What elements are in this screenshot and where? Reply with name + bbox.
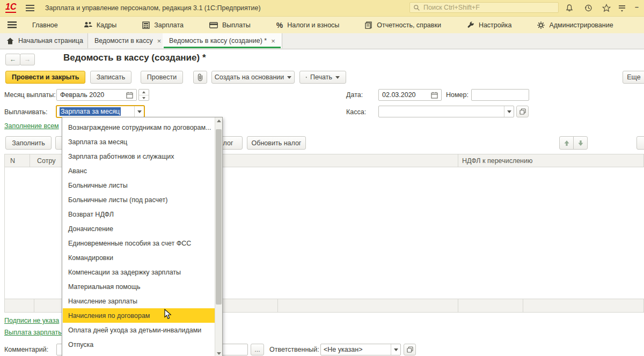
dropdown-item[interactable]: Компенсации за задержку зарплаты bbox=[63, 265, 215, 279]
responsible-label: Ответственный: bbox=[269, 346, 319, 353]
dropdown-scrollbar[interactable] bbox=[215, 117, 222, 356]
fill-table-button[interactable]: Заполнить bbox=[5, 136, 52, 150]
chevron-down-icon bbox=[287, 76, 291, 79]
col-n[interactable]: N bbox=[10, 157, 15, 165]
dropdown-item[interactable]: Отпуска bbox=[63, 337, 215, 352]
date-field[interactable]: 02.03.2020 bbox=[378, 89, 442, 101]
wrench-icon bbox=[467, 21, 474, 29]
cashbox-dropdown-arrow[interactable] bbox=[504, 106, 514, 117]
dropdown-item[interactable]: Зарплата за месяц bbox=[63, 135, 215, 149]
scrollbar-thumb[interactable] bbox=[216, 129, 222, 305]
payout-link[interactable]: Выплата зарплать bbox=[4, 329, 62, 336]
post-and-close-button[interactable]: Провести и закрыть bbox=[5, 71, 85, 84]
scroll-up-icon[interactable] bbox=[215, 120, 222, 122]
favorites-star-icon[interactable] bbox=[602, 3, 611, 13]
comment-more-button[interactable]: ... bbox=[251, 344, 264, 355]
tab-sheet-create[interactable]: Ведомость в кассу (создание) * × bbox=[163, 33, 282, 48]
forward-button[interactable]: → bbox=[20, 54, 35, 65]
menu-taxes[interactable]: % Налоги и взносы bbox=[268, 17, 348, 33]
calendar-icon[interactable] bbox=[431, 92, 438, 99]
dropdown-item[interactable]: Зарплата работников и служащих bbox=[63, 149, 215, 164]
fill-all-link[interactable]: Заполнение всем bbox=[4, 122, 59, 130]
global-search-input[interactable]: Поиск Ctrl+Shift+F bbox=[409, 2, 559, 13]
more-button[interactable]: Еще bbox=[623, 71, 644, 84]
post-button[interactable]: Провести bbox=[141, 71, 183, 84]
update-tax-button[interactable]: Обновить налог bbox=[247, 136, 306, 150]
number-label: Номер: bbox=[446, 91, 469, 99]
comment-label: Комментарий: bbox=[4, 346, 48, 353]
history-icon[interactable] bbox=[583, 3, 593, 13]
cashbox-open-button[interactable] bbox=[516, 106, 529, 117]
dropdown-item[interactable]: Отпуска (под расчет) bbox=[63, 352, 215, 356]
tab-close-icon[interactable]: × bbox=[157, 37, 162, 45]
dropdown-item[interactable]: Начисление зарплаты bbox=[63, 294, 215, 308]
arrow-up-icon bbox=[564, 140, 570, 146]
print-button[interactable]: Печать bbox=[299, 71, 346, 84]
create-based-on-button[interactable]: Создать на основании bbox=[211, 71, 295, 84]
dropdown-item[interactable]: Аванс bbox=[63, 164, 215, 178]
sections-panel-icon[interactable] bbox=[0, 17, 24, 33]
percent-icon: % bbox=[276, 21, 283, 29]
tab-close-icon[interactable]: × bbox=[271, 37, 275, 45]
responsible-combo[interactable]: <Не указан> bbox=[320, 344, 401, 355]
col-employee[interactable]: Сотру bbox=[37, 157, 56, 165]
dropdown-item[interactable]: Материальная помощь bbox=[63, 279, 215, 294]
pay-type-combo[interactable]: Зарплата за месяц bbox=[56, 106, 144, 117]
dropdown-item[interactable]: Больничные листы (под расчет) bbox=[63, 192, 215, 207]
tab-sheet-create-label: Ведомость в кассу (создание) * bbox=[169, 37, 267, 44]
chevron-down-icon bbox=[335, 76, 340, 79]
dropdown-item[interactable]: Больничные листы bbox=[63, 178, 215, 192]
responsible-open-button[interactable] bbox=[404, 344, 416, 355]
tab-home[interactable]: Начальная страница bbox=[0, 33, 90, 48]
number-field[interactable] bbox=[471, 89, 529, 101]
dropdown-item[interactable]: Доначисление bbox=[63, 221, 215, 236]
tab-bar: Начальная страница Ведомости в кассу × В… bbox=[0, 33, 644, 49]
dropdown-item[interactable]: Командировки bbox=[63, 250, 215, 265]
attachments-button[interactable] bbox=[193, 71, 207, 84]
scroll-down-icon[interactable] bbox=[215, 350, 222, 356]
notifications-bell-icon[interactable] bbox=[565, 3, 574, 13]
stepper-down-icon[interactable] bbox=[139, 95, 149, 101]
dropdown-item[interactable]: Единовременные пособия за счет ФСС bbox=[63, 236, 215, 250]
month-value: Февраль 2020 bbox=[60, 91, 126, 99]
service-menu-icon[interactable] bbox=[617, 3, 627, 13]
app-window: 1С Зарплата и управление персоналом, ред… bbox=[0, 0, 644, 356]
app-title: Зарплата и управление персоналом, редакц… bbox=[45, 4, 261, 12]
stepper-up-icon[interactable] bbox=[139, 90, 149, 95]
main-menu-icon[interactable] bbox=[26, 5, 34, 11]
table-more-button-partial[interactable] bbox=[636, 136, 644, 150]
pay-type-dropdown-arrow[interactable] bbox=[134, 106, 144, 117]
month-field[interactable]: Февраль 2020 bbox=[56, 89, 137, 101]
month-stepper[interactable] bbox=[138, 89, 149, 101]
menu-settings[interactable]: Настройка bbox=[459, 17, 520, 33]
dropdown-item-highlighted[interactable]: Начисления по договорам bbox=[63, 308, 215, 323]
tab-sheet-list[interactable]: Ведомости в кассу × bbox=[87, 33, 168, 48]
menu-reports[interactable]: Отчетность, справки bbox=[357, 17, 449, 33]
dropdown-item[interactable]: Вознаграждение сотрудникам по договорам.… bbox=[63, 120, 215, 135]
save-button[interactable]: Записать bbox=[90, 71, 131, 84]
menu-main[interactable]: Главное bbox=[24, 17, 66, 33]
gear-icon bbox=[537, 21, 545, 29]
cashbox-combo[interactable] bbox=[378, 106, 514, 117]
menu-payouts[interactable]: Выплаты bbox=[201, 17, 259, 33]
printer-icon bbox=[306, 74, 307, 81]
row-up-button[interactable] bbox=[559, 136, 574, 150]
row-down-button[interactable] bbox=[573, 136, 588, 150]
calendar-icon[interactable] bbox=[126, 92, 133, 99]
minimize-button[interactable]: – bbox=[635, 3, 644, 13]
page-title: Ведомость в кассу (создание) * bbox=[63, 53, 206, 63]
col-ndfl[interactable]: НДФЛ к перечислению bbox=[462, 157, 532, 165]
dropdown-item[interactable]: Оплата дней ухода за детьми-инвалидами bbox=[63, 323, 215, 337]
signatures-link[interactable]: Подписи не указа bbox=[4, 317, 59, 324]
footer-divider bbox=[34, 299, 34, 312]
footer-divider bbox=[523, 299, 523, 312]
menu-staff[interactable]: Кадры bbox=[76, 17, 125, 33]
menu-salary-label: Зарплата bbox=[154, 21, 184, 29]
dropdown-item[interactable]: Возврат НДФЛ bbox=[63, 207, 215, 221]
create-based-on-label: Создать на основании bbox=[215, 73, 284, 81]
menu-administration[interactable]: Администрирование bbox=[529, 17, 621, 33]
back-button[interactable]: ← bbox=[5, 54, 20, 65]
footer-divider bbox=[458, 299, 458, 312]
responsible-dropdown-arrow[interactable] bbox=[391, 344, 400, 355]
menu-salary[interactable]: Зарплата bbox=[134, 17, 192, 33]
